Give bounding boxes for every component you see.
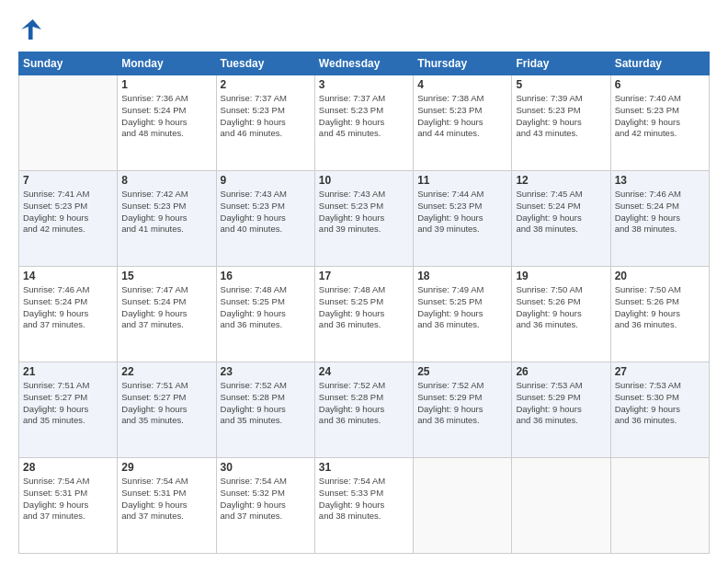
day-cell [414,458,512,554]
day-number: 5 [516,78,606,91]
day-info: Sunrise: 7:54 AMSunset: 5:31 PMDaylight:… [23,476,113,523]
day-number: 11 [417,174,507,187]
day-number: 14 [23,270,113,282]
day-number: 3 [319,78,409,91]
day-cell: 19Sunrise: 7:50 AMSunset: 5:26 PMDayligh… [512,267,610,362]
week-row-3: 21Sunrise: 7:51 AMSunset: 5:27 PMDayligh… [19,362,710,458]
day-cell: 23Sunrise: 7:52 AMSunset: 5:28 PMDayligh… [216,362,314,458]
day-info: Sunrise: 7:37 AMSunset: 5:23 PMDaylight:… [319,93,409,140]
day-info: Sunrise: 7:38 AMSunset: 5:23 PMDaylight:… [417,93,507,140]
day-number: 1 [121,78,211,91]
day-number: 12 [516,174,606,187]
day-number: 23 [221,365,311,378]
week-row-2: 14Sunrise: 7:46 AMSunset: 5:24 PMDayligh… [19,267,710,362]
day-cell: 13Sunrise: 7:46 AMSunset: 5:24 PMDayligh… [610,171,709,267]
day-cell [19,75,118,171]
day-info: Sunrise: 7:54 AMSunset: 5:33 PMDaylight:… [319,476,409,523]
day-cell: 28Sunrise: 7:54 AMSunset: 5:31 PMDayligh… [19,458,118,554]
day-info: Sunrise: 7:52 AMSunset: 5:28 PMDaylight:… [221,380,311,427]
day-info: Sunrise: 7:50 AMSunset: 5:26 PMDaylight:… [615,284,705,331]
day-info: Sunrise: 7:51 AMSunset: 5:27 PMDaylight:… [121,380,211,427]
day-info: Sunrise: 7:45 AMSunset: 5:24 PMDaylight:… [516,189,606,236]
day-cell: 9Sunrise: 7:43 AMSunset: 5:23 PMDaylight… [216,171,314,267]
day-number: 31 [319,461,409,474]
day-info: Sunrise: 7:46 AMSunset: 5:24 PMDaylight:… [23,284,113,331]
day-number: 16 [221,270,311,282]
day-cell: 12Sunrise: 7:45 AMSunset: 5:24 PMDayligh… [512,171,610,267]
day-cell [610,458,709,554]
day-number: 29 [121,461,211,474]
day-cell: 4Sunrise: 7:38 AMSunset: 5:23 PMDaylight… [414,75,512,171]
day-info: Sunrise: 7:46 AMSunset: 5:24 PMDaylight:… [615,189,705,236]
day-cell [512,458,610,554]
day-cell: 22Sunrise: 7:51 AMSunset: 5:27 PMDayligh… [118,362,216,458]
day-info: Sunrise: 7:52 AMSunset: 5:29 PMDaylight:… [417,380,507,427]
day-info: Sunrise: 7:52 AMSunset: 5:28 PMDaylight:… [319,380,409,427]
day-number: 20 [615,270,705,282]
day-info: Sunrise: 7:50 AMSunset: 5:26 PMDaylight:… [516,284,606,331]
day-number: 8 [121,174,211,187]
day-info: Sunrise: 7:41 AMSunset: 5:23 PMDaylight:… [23,189,113,236]
day-number: 10 [319,174,409,187]
header-wednesday: Wednesday [314,52,413,75]
day-cell: 20Sunrise: 7:50 AMSunset: 5:26 PMDayligh… [610,267,709,362]
day-info: Sunrise: 7:51 AMSunset: 5:27 PMDaylight:… [23,380,113,427]
day-cell: 24Sunrise: 7:52 AMSunset: 5:28 PMDayligh… [314,362,413,458]
header-row: SundayMondayTuesdayWednesdayThursdayFrid… [19,52,710,75]
day-cell: 6Sunrise: 7:40 AMSunset: 5:23 PMDaylight… [610,75,709,171]
day-number: 19 [516,270,606,282]
day-number: 28 [23,461,113,474]
day-number: 18 [417,270,507,282]
header-tuesday: Tuesday [216,52,314,75]
header [18,17,710,42]
day-cell: 5Sunrise: 7:39 AMSunset: 5:23 PMDaylight… [512,75,610,171]
header-saturday: Saturday [610,52,709,75]
day-cell: 15Sunrise: 7:47 AMSunset: 5:24 PMDayligh… [118,267,216,362]
svg-marker-0 [21,19,41,40]
day-info: Sunrise: 7:44 AMSunset: 5:23 PMDaylight:… [417,189,507,236]
day-cell: 10Sunrise: 7:43 AMSunset: 5:23 PMDayligh… [314,171,413,267]
day-number: 2 [221,78,311,91]
day-info: Sunrise: 7:54 AMSunset: 5:31 PMDaylight:… [121,476,211,523]
day-cell: 27Sunrise: 7:53 AMSunset: 5:30 PMDayligh… [610,362,709,458]
day-info: Sunrise: 7:53 AMSunset: 5:30 PMDaylight:… [615,380,705,427]
day-number: 15 [121,270,211,282]
day-number: 27 [615,365,705,378]
day-cell: 18Sunrise: 7:49 AMSunset: 5:25 PMDayligh… [414,267,512,362]
week-row-0: 1Sunrise: 7:36 AMSunset: 5:24 PMDaylight… [19,75,710,171]
day-number: 9 [221,174,311,187]
logo-icon [18,17,44,42]
day-number: 25 [417,365,507,378]
day-info: Sunrise: 7:39 AMSunset: 5:23 PMDaylight:… [516,93,606,140]
day-number: 21 [23,365,113,378]
day-info: Sunrise: 7:48 AMSunset: 5:25 PMDaylight:… [221,284,311,331]
week-row-1: 7Sunrise: 7:41 AMSunset: 5:23 PMDaylight… [19,171,710,267]
calendar-table: SundayMondayTuesdayWednesdayThursdayFrid… [18,52,710,554]
day-number: 26 [516,365,606,378]
day-number: 13 [615,174,705,187]
day-cell: 8Sunrise: 7:42 AMSunset: 5:23 PMDaylight… [118,171,216,267]
day-cell: 3Sunrise: 7:37 AMSunset: 5:23 PMDaylight… [314,75,413,171]
day-cell: 21Sunrise: 7:51 AMSunset: 5:27 PMDayligh… [19,362,118,458]
header-thursday: Thursday [414,52,512,75]
logo [18,17,50,42]
day-info: Sunrise: 7:53 AMSunset: 5:29 PMDaylight:… [516,380,606,427]
day-cell: 16Sunrise: 7:48 AMSunset: 5:25 PMDayligh… [216,267,314,362]
day-number: 24 [319,365,409,378]
day-info: Sunrise: 7:43 AMSunset: 5:23 PMDaylight:… [221,189,311,236]
day-info: Sunrise: 7:54 AMSunset: 5:32 PMDaylight:… [221,476,311,523]
day-info: Sunrise: 7:40 AMSunset: 5:23 PMDaylight:… [615,93,705,140]
day-cell: 1Sunrise: 7:36 AMSunset: 5:24 PMDaylight… [118,75,216,171]
day-number: 7 [23,174,113,187]
day-cell: 25Sunrise: 7:52 AMSunset: 5:29 PMDayligh… [414,362,512,458]
header-sunday: Sunday [19,52,118,75]
week-row-4: 28Sunrise: 7:54 AMSunset: 5:31 PMDayligh… [19,458,710,554]
day-number: 17 [319,270,409,282]
day-cell: 31Sunrise: 7:54 AMSunset: 5:33 PMDayligh… [314,458,413,554]
day-cell: 14Sunrise: 7:46 AMSunset: 5:24 PMDayligh… [19,267,118,362]
day-number: 4 [417,78,507,91]
day-info: Sunrise: 7:42 AMSunset: 5:23 PMDaylight:… [121,189,211,236]
day-cell: 29Sunrise: 7:54 AMSunset: 5:31 PMDayligh… [118,458,216,554]
day-number: 6 [615,78,705,91]
header-monday: Monday [118,52,216,75]
